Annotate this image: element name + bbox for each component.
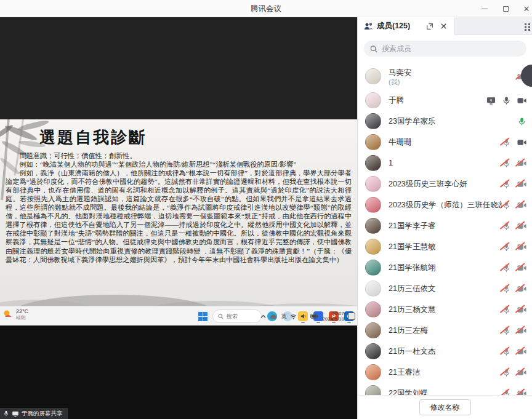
cam-muted-icon[interactable] [517,180,526,189]
tray-battery-icon[interactable] [310,314,318,319]
minimize-button[interactable] [474,0,495,17]
shared-desktop-taskbar: 22°C 晴朗 搜索 POX [0,306,357,325]
badge-screen-icon [12,410,19,417]
member-name: 马奕安 [389,68,412,78]
member-row[interactable]: 2023级历史学（师范）三班任晓菡 [358,194,532,215]
mic-muted-icon[interactable] [502,347,511,356]
mic-muted-icon[interactable] [502,159,511,168]
avatar [365,68,381,84]
mic-muted-icon[interactable] [502,389,511,396]
floating-video-bubble[interactable] [521,65,532,87]
member-text: 1 [389,159,393,167]
member-search-input[interactable] [382,44,520,53]
member-name: 21国学张航翊 [389,263,435,273]
slide-paragraph: 例如：“晚清某個人物的功與過”“某個政治人物的海防/維新思想”“淺析某個戰役的原… [6,160,352,169]
taskbar-weather-widget[interactable]: 22°C 晴朗 [2,308,28,321]
member-row[interactable]: 21历三左梅 [358,320,532,341]
cam-muted-icon[interactable] [517,326,526,335]
member-row[interactable]: 21历一杜文杰 [358,341,532,362]
mic-muted-icon[interactable] [502,305,511,314]
mic-muted-icon[interactable] [502,284,511,293]
tray-wifi-icon[interactable] [290,314,297,319]
share-letterbox [0,325,357,419]
panel-more-icon[interactable] [525,22,531,33]
cam-muted-icon[interactable] [517,284,526,293]
avatar [365,134,381,150]
tray-cloud-icon[interactable] [270,314,277,319]
mic-muted-icon[interactable] [502,368,511,377]
mic-muted-icon[interactable] [502,180,511,189]
member-search[interactable] [364,41,526,57]
member-sub-label: (我) [389,78,412,86]
member-row[interactable]: 1 [358,153,532,174]
avatar [365,385,381,395]
member-row[interactable]: 牛珊珊 [358,132,532,153]
weather-temp: 22°C [16,308,28,315]
member-text: 22国学刘蝶 [389,388,428,396]
mic-on-icon[interactable] [502,96,511,105]
members-tab[interactable]: 成员(125) [358,17,455,35]
member-status-icons [502,326,526,335]
mic-muted-icon[interactable] [502,263,511,273]
tray-chevron-up-icon[interactable] [260,314,266,319]
members-icon [364,22,373,30]
windows-start-icon[interactable] [198,312,208,321]
mic-muted-icon[interactable] [502,221,511,231]
maximize-button[interactable] [495,0,516,17]
cam-on-icon[interactable] [517,96,526,105]
mic-muted-icon[interactable] [502,242,511,252]
member-row[interactable]: 2023级历史三班李心妍 [358,174,532,194]
member-row[interactable]: 21王睿洁 [358,362,532,383]
cam-muted-icon[interactable] [517,159,526,168]
tray-notification-icon[interactable] [348,313,355,320]
mic-muted-icon[interactable] [502,326,511,335]
slide-title: 選題自我診斷 [39,127,357,148]
member-row[interactable]: 23国学牟家乐 [358,111,532,132]
member-text: 2023级历史三班李心妍 [389,179,467,190]
share-on-icon[interactable] [486,96,496,105]
member-row[interactable]: 马奕安 (我) [358,63,532,90]
cam-muted-icon[interactable] [517,242,526,252]
member-text: 2023级历史学（师范）三班任晓菡 [389,200,502,210]
cam-muted-icon[interactable] [517,263,526,273]
member-name: 牛珊珊 [389,137,412,148]
member-name: 1 [389,159,393,167]
screen-share-view: 選題自我診斷 問題意識；可行性；價值性；創新性。例如：“晚清某個人物的功與過”“… [0,17,357,419]
member-row[interactable]: 21历三杨文慧 [358,299,532,320]
tray-volume-icon[interactable] [300,313,307,319]
member-name: 22国学刘蝶 [389,388,428,396]
mic-green-icon[interactable] [517,117,526,126]
member-text: 21历三杨文慧 [389,305,435,315]
member-row[interactable]: 于腾 [358,90,532,111]
cam-muted-icon[interactable] [517,221,526,231]
member-row[interactable]: 21国学张航翊 [358,257,532,278]
cam-muted-icon[interactable] [517,389,526,396]
member-status-icons [502,263,526,273]
cam-muted-icon[interactable] [517,368,526,377]
taskbar-tray: 英 [260,306,355,326]
cam-on-icon[interactable] [517,138,526,147]
rename-button[interactable]: 修改名称 [419,399,471,415]
member-text: 21国学李子睿 [389,221,435,231]
member-row[interactable]: 21历三伍依文 [358,278,532,299]
member-row[interactable]: 22国学刘蝶 [358,383,532,395]
member-row[interactable]: 21国学王慧敏 [358,236,532,257]
cam-muted-icon[interactable] [517,305,526,314]
tray-clock[interactable]: 20:07 2024/5/18 [322,311,344,322]
mic-muted-icon[interactable] [502,138,511,147]
slide-paragraph: 例如，義浄（山東濟南籍的僧人），他所關注的戒律為“根本說一切有部律”，對於這部律… [6,169,352,264]
tray-language-indicator[interactable]: 英 [281,313,286,321]
member-row[interactable]: 21国学李子睿 [358,215,532,236]
presenter-badge: 于腾的屏幕共享 [0,408,68,419]
member-text: 于腾 [389,95,404,106]
taskbar-search[interactable]: 搜索 [212,309,262,323]
tray-date: 2024/5/18 [322,316,344,322]
avatar [365,301,381,317]
close-button[interactable]: ✕ [516,0,532,17]
mic-muted-icon[interactable] [502,201,511,210]
member-status-icons [502,368,526,377]
close-panel-icon[interactable] [438,22,448,31]
popout-panel-icon[interactable] [425,22,435,31]
cam-muted-icon[interactable] [517,347,526,356]
cam-muted-icon[interactable] [517,201,526,210]
